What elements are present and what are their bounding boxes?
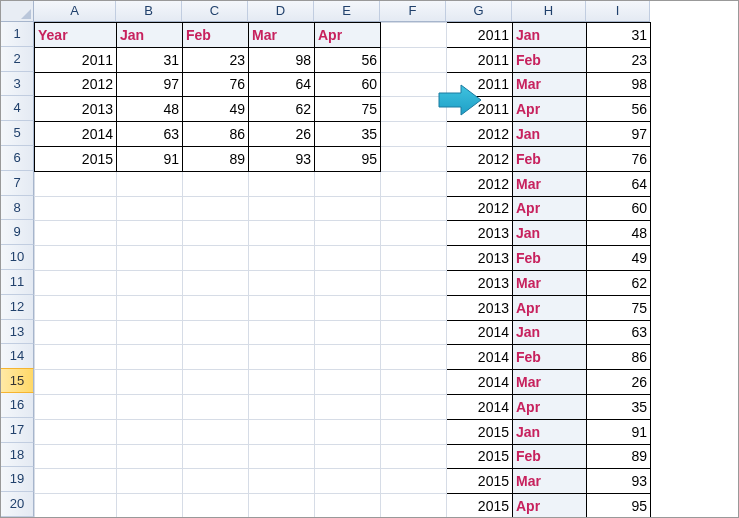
- cell-I4[interactable]: 56: [587, 97, 651, 122]
- cell-I11[interactable]: 62: [587, 270, 651, 295]
- cell-F15[interactable]: [381, 370, 447, 395]
- cell-E12[interactable]: [315, 295, 381, 320]
- cell-G12[interactable]: 2013: [447, 295, 513, 320]
- cell-G13[interactable]: 2014: [447, 320, 513, 345]
- cell-E6[interactable]: 95: [315, 146, 381, 171]
- cell-F10[interactable]: [381, 246, 447, 271]
- cell-D3[interactable]: 64: [249, 72, 315, 97]
- cell-D8[interactable]: [249, 196, 315, 221]
- cell-C10[interactable]: [183, 246, 249, 271]
- row-header-4[interactable]: 4: [1, 96, 34, 121]
- cell-I7[interactable]: 64: [587, 171, 651, 196]
- cell-E7[interactable]: [315, 171, 381, 196]
- row-header-14[interactable]: 14: [1, 344, 34, 369]
- cell-B11[interactable]: [117, 270, 183, 295]
- row-header-12[interactable]: 12: [1, 295, 34, 320]
- cell-I18[interactable]: 89: [587, 444, 651, 469]
- cell-G10[interactable]: 2013: [447, 246, 513, 271]
- cell-H8[interactable]: Apr: [513, 196, 587, 221]
- cell-B5[interactable]: 63: [117, 122, 183, 147]
- cell-D13[interactable]: [249, 320, 315, 345]
- cell-G7[interactable]: 2012: [447, 171, 513, 196]
- cell-H9[interactable]: Jan: [513, 221, 587, 246]
- cell-I10[interactable]: 49: [587, 246, 651, 271]
- cell-I16[interactable]: 35: [587, 394, 651, 419]
- cell-B7[interactable]: [117, 171, 183, 196]
- cell-H20[interactable]: Apr: [513, 494, 587, 518]
- cell-A1[interactable]: Year: [35, 23, 117, 48]
- cell-D10[interactable]: [249, 246, 315, 271]
- cell-C12[interactable]: [183, 295, 249, 320]
- cell-E16[interactable]: [315, 394, 381, 419]
- cell-I12[interactable]: 75: [587, 295, 651, 320]
- cell-C13[interactable]: [183, 320, 249, 345]
- cell-D11[interactable]: [249, 270, 315, 295]
- cell-B1[interactable]: Jan: [117, 23, 183, 48]
- cell-F1[interactable]: [381, 23, 447, 48]
- cell-I6[interactable]: 76: [587, 146, 651, 171]
- cell-D2[interactable]: 98: [249, 47, 315, 72]
- row-header-6[interactable]: 6: [1, 146, 34, 171]
- cell-A14[interactable]: [35, 345, 117, 370]
- cell-D15[interactable]: [249, 370, 315, 395]
- col-header-F[interactable]: F: [380, 1, 446, 22]
- cell-I19[interactable]: 93: [587, 469, 651, 494]
- cell-E3[interactable]: 60: [315, 72, 381, 97]
- cell-C2[interactable]: 23: [183, 47, 249, 72]
- cell-C1[interactable]: Feb: [183, 23, 249, 48]
- cell-I15[interactable]: 26: [587, 370, 651, 395]
- row-header-16[interactable]: 16: [1, 393, 34, 418]
- cell-G11[interactable]: 2013: [447, 270, 513, 295]
- cells-table[interactable]: YearJanFebMarApr2011Jan31201131239856201…: [34, 22, 651, 518]
- row-header-17[interactable]: 17: [1, 418, 34, 443]
- cell-C18[interactable]: [183, 444, 249, 469]
- cell-B15[interactable]: [117, 370, 183, 395]
- col-header-H[interactable]: H: [512, 1, 586, 22]
- cell-C4[interactable]: 49: [183, 97, 249, 122]
- cell-F14[interactable]: [381, 345, 447, 370]
- row-header-15[interactable]: 15: [1, 368, 34, 393]
- cell-D5[interactable]: 26: [249, 122, 315, 147]
- cell-F17[interactable]: [381, 419, 447, 444]
- cell-A5[interactable]: 2014: [35, 122, 117, 147]
- cell-A20[interactable]: [35, 494, 117, 518]
- cell-E2[interactable]: 56: [315, 47, 381, 72]
- cell-E10[interactable]: [315, 246, 381, 271]
- cell-D6[interactable]: 93: [249, 146, 315, 171]
- cell-I3[interactable]: 98: [587, 72, 651, 97]
- cell-B14[interactable]: [117, 345, 183, 370]
- cell-A8[interactable]: [35, 196, 117, 221]
- cell-F9[interactable]: [381, 221, 447, 246]
- cell-A18[interactable]: [35, 444, 117, 469]
- row-header-7[interactable]: 7: [1, 171, 34, 196]
- cell-C6[interactable]: 89: [183, 146, 249, 171]
- cell-G16[interactable]: 2014: [447, 394, 513, 419]
- cell-F8[interactable]: [381, 196, 447, 221]
- cell-H4[interactable]: Apr: [513, 97, 587, 122]
- cell-G19[interactable]: 2015: [447, 469, 513, 494]
- cell-E17[interactable]: [315, 419, 381, 444]
- cell-E8[interactable]: [315, 196, 381, 221]
- cell-G9[interactable]: 2013: [447, 221, 513, 246]
- cell-A12[interactable]: [35, 295, 117, 320]
- cell-B13[interactable]: [117, 320, 183, 345]
- cell-C9[interactable]: [183, 221, 249, 246]
- row-header-11[interactable]: 11: [1, 270, 34, 295]
- cell-H17[interactable]: Jan: [513, 419, 587, 444]
- col-header-I[interactable]: I: [586, 1, 650, 22]
- cell-I2[interactable]: 23: [587, 47, 651, 72]
- row-header-5[interactable]: 5: [1, 121, 34, 146]
- col-header-A[interactable]: A: [34, 1, 116, 22]
- row-header-2[interactable]: 2: [1, 47, 34, 72]
- cell-G5[interactable]: 2012: [447, 122, 513, 147]
- cell-A17[interactable]: [35, 419, 117, 444]
- cell-I13[interactable]: 63: [587, 320, 651, 345]
- cell-G6[interactable]: 2012: [447, 146, 513, 171]
- cell-H6[interactable]: Feb: [513, 146, 587, 171]
- col-header-E[interactable]: E: [314, 1, 380, 22]
- cell-I1[interactable]: 31: [587, 23, 651, 48]
- cell-G15[interactable]: 2014: [447, 370, 513, 395]
- cell-A15[interactable]: [35, 370, 117, 395]
- row-header-8[interactable]: 8: [1, 196, 34, 221]
- cell-I8[interactable]: 60: [587, 196, 651, 221]
